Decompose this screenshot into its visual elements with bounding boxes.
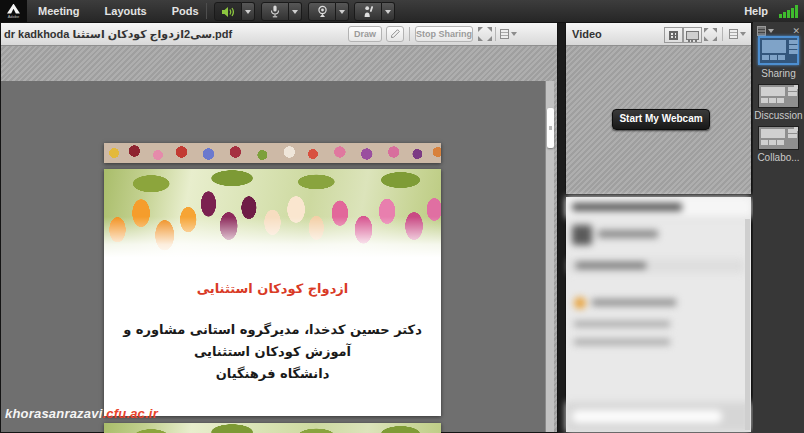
adobe-connect-window: Adobe Meeting Layouts Pods Audio (0, 0, 804, 433)
webcam-control (308, 2, 349, 21)
share-pod-title: dr kadkhoda سی2ازدواج کودکان استثنا.pdf (4, 23, 232, 45)
header-separator (409, 27, 410, 41)
microphone-dropdown[interactable] (289, 2, 302, 21)
stop-sharing-button[interactable]: Stop Sharing (415, 26, 473, 42)
video-pod-header: Video (566, 23, 751, 46)
top-menu-bar: Adobe Meeting Layouts Pods Audio (0, 0, 804, 23)
video-pod-options-icon[interactable] (729, 29, 746, 39)
grid-view-icon (669, 31, 678, 40)
webcam-icon (316, 5, 329, 18)
draw-button[interactable]: Draw (348, 26, 382, 42)
adobe-logo-caption: Adobe (8, 14, 20, 19)
layout-button-sharing[interactable] (758, 36, 799, 65)
floral-collage-image (104, 143, 441, 163)
header-separator (722, 27, 723, 41)
tulips-image (104, 423, 441, 433)
document-scrollbar[interactable] (545, 81, 554, 432)
layout-notification-dot (794, 127, 798, 131)
slide-previous-partial (104, 143, 441, 163)
slide-title: ازدواج کودکان استثنایی (104, 281, 441, 296)
share-pod-options-icon[interactable] (500, 29, 517, 39)
slide-next-partial (104, 423, 441, 433)
document-view-area: ازدواج کودکان استثنایی دکتر حسین کدخدا، … (1, 81, 545, 432)
sidebar-options-icon[interactable] (757, 26, 774, 36)
pencil-icon (390, 28, 401, 39)
watermark-name: khorasanrazavi (5, 406, 102, 421)
microphone-icon (269, 5, 281, 18)
filmstrip-view-button[interactable] (683, 27, 702, 43)
video-pod: Video Start My Webcam (565, 22, 752, 195)
scrollbar-thumb[interactable] (547, 108, 554, 148)
speaker-icon (221, 6, 235, 18)
share-pod: dr kadkhoda سی2ازدواج کودکان استثنا.pdf … (0, 22, 558, 433)
grid-view-button[interactable] (664, 27, 683, 43)
menu-pods[interactable]: Pods (172, 5, 199, 17)
layout-button-discussion[interactable] (758, 84, 799, 108)
signal-strength-icon (779, 5, 798, 18)
fullscreen-icon[interactable] (704, 28, 717, 41)
start-my-webcam-button[interactable]: Start My Webcam (612, 109, 710, 130)
microphone-button[interactable] (261, 2, 289, 21)
menu-meeting[interactable]: Meeting (38, 5, 80, 17)
tulips-image (104, 169, 441, 261)
slide-body-text: دکتر حسین کدخدا، مدیرگروه استانی مشاوره … (114, 319, 431, 385)
fullscreen-icon[interactable] (478, 27, 492, 41)
filmstrip-view-icon (686, 31, 699, 40)
speaker-dropdown[interactable] (242, 2, 255, 21)
status-control (354, 2, 395, 21)
attendees-pod-blurred (565, 196, 752, 433)
slide-body-line: آموزش کودکان استثنایی (114, 341, 431, 363)
close-icon[interactable]: ✕ (792, 26, 800, 36)
slide-body-line: دکتر حسین کدخدا، مدیرگروه استانی مشاوره … (114, 319, 431, 341)
microphone-control (261, 2, 302, 21)
raise-hand-icon (362, 5, 375, 18)
menu-layouts[interactable]: Layouts (105, 5, 147, 17)
adobe-logo: Adobe (0, 0, 27, 22)
layout-notification-dot (794, 85, 798, 89)
pencil-tool-button[interactable] (386, 26, 404, 42)
layout-label-discussion: Discussion (753, 110, 804, 121)
video-view-toggle (664, 27, 702, 43)
layout-button-collaboration[interactable] (758, 126, 799, 150)
layout-label-sharing: Sharing (753, 68, 804, 79)
header-separator (495, 27, 496, 41)
layout-sidebar: ✕ Sharing Discussion Collabo... (753, 22, 804, 433)
share-pod-header: dr kadkhoda سی2ازدواج کودکان استثنا.pdf … (1, 23, 557, 46)
layout-label-collaboration: Collabo... (753, 152, 804, 163)
watermark-domain: .cfu.ac.ir (102, 406, 157, 421)
slide-body-line: دانشگاه فرهنگیان (114, 363, 431, 385)
video-pod-title: Video (572, 23, 602, 45)
help-link[interactable]: Help (744, 0, 768, 22)
webcam-button[interactable] (308, 2, 336, 21)
webcam-dropdown[interactable] (336, 2, 349, 21)
attendees-scrollbar[interactable] (745, 219, 750, 430)
slide-current: ازدواج کودکان استثنایی دکتر حسین کدخدا، … (104, 169, 441, 416)
site-watermark: khorasanrazavi.cfu.ac.ir (5, 406, 158, 421)
toolbar-separator (206, 3, 207, 19)
blurred-content (566, 197, 751, 432)
adobe-a-icon (7, 4, 20, 14)
raise-hand-button[interactable] (354, 2, 382, 21)
speaker-control (214, 2, 255, 21)
status-dropdown[interactable] (382, 2, 395, 21)
speaker-button[interactable] (214, 2, 242, 21)
